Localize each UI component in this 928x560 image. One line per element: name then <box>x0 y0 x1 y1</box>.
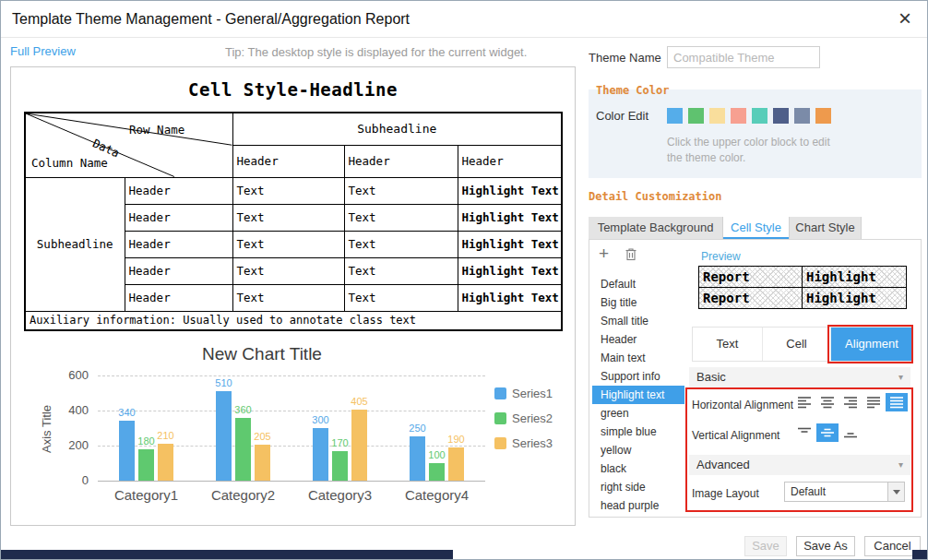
chart-ytick-label: 400 <box>50 403 89 417</box>
cell-style-preview-cell: Highlight <box>803 288 907 309</box>
chart-bar-value: 250 <box>399 423 436 434</box>
theme-color-swatch[interactable] <box>815 108 831 124</box>
table-cell: Highlight Text <box>458 177 562 204</box>
full-preview-link[interactable]: Full Preview <box>10 44 76 58</box>
style-list-item[interactable]: Header <box>592 330 684 349</box>
chart-category-label: Category3 <box>291 487 388 503</box>
detail-customization-label: Detail Customization <box>589 190 722 203</box>
preview-bar-chart: New Chart Title Axis Title 3401802105103… <box>22 342 565 519</box>
chevron-down-icon: ▾ <box>898 455 903 475</box>
tab-template-background[interactable]: Template Background <box>589 217 723 239</box>
advanced-label: Advanced <box>696 458 750 471</box>
chart-category-label: Category1 <box>98 487 195 503</box>
chart-category-label: Category4 <box>388 487 485 503</box>
style-list-item[interactable]: Default <box>592 275 684 293</box>
chart-legend: Series1Series2Series3 <box>494 387 553 461</box>
diagonal-row-name-label: Row Name <box>129 123 184 137</box>
style-list-item[interactable]: Highlight text <box>592 386 684 404</box>
table-cell: Text <box>232 204 344 231</box>
align-right-icon[interactable] <box>839 393 862 411</box>
chart-bar <box>138 449 154 481</box>
valign-top-icon[interactable] <box>793 423 815 442</box>
chart-legend-item: Series2 <box>494 411 553 425</box>
title-bar: Template Theme Management - General/Aggr… <box>1 1 927 38</box>
chart-ytick-label: 600 <box>50 368 89 382</box>
save-button[interactable]: Save <box>744 536 787 556</box>
table-cell: Header <box>125 231 232 257</box>
table-cell: Header <box>125 204 232 231</box>
dropdown-button[interactable] <box>887 483 904 501</box>
align-justify-icon[interactable] <box>863 393 885 411</box>
style-list-item[interactable]: head purple <box>592 496 684 515</box>
chart-bar <box>313 428 328 481</box>
chart-bar <box>351 410 367 481</box>
table-cell: Highlight Text <box>458 284 562 311</box>
theme-color-swatch[interactable] <box>709 108 725 124</box>
tab-chart-style[interactable]: Chart Style <box>790 217 862 239</box>
chart-bar <box>255 445 270 481</box>
valign-bottom-icon[interactable] <box>839 423 862 442</box>
preview-table: Row Name Data Column Name Subheadline He… <box>24 112 563 331</box>
theme-name-input[interactable] <box>667 46 820 68</box>
vertical-alignment-buttons <box>793 423 862 442</box>
vertical-alignment-label: Vertical Alignment <box>692 429 779 442</box>
template-theme-dialog: Template Theme Management - General/Aggr… <box>0 0 928 560</box>
style-list-item[interactable]: green <box>592 404 684 423</box>
tab-text[interactable]: Text <box>693 328 763 361</box>
table-cell: Highlight Text <box>458 204 562 231</box>
save-as-button[interactable]: Save As <box>796 536 855 556</box>
theme-color-swatch[interactable] <box>752 108 767 124</box>
chart-legend-item: Series3 <box>494 436 553 450</box>
advanced-section-header[interactable]: Advanced ▾ <box>689 455 910 475</box>
table-cell: Highlight Text <box>458 257 562 284</box>
chart-bar <box>448 447 464 481</box>
image-layout-value: Default <box>791 483 826 501</box>
style-list-item[interactable]: Big title <box>592 293 684 312</box>
table-cell: Header <box>458 145 562 177</box>
tab-cell[interactable]: Cell <box>763 328 831 361</box>
chart-ytick-label: 0 <box>50 473 89 487</box>
trash-icon[interactable] <box>625 247 637 261</box>
style-list-item[interactable]: Small title <box>592 312 684 330</box>
theme-color-swatch[interactable] <box>773 108 789 124</box>
chart-gridline <box>98 481 485 482</box>
chart-bar-value: 360 <box>225 404 262 415</box>
image-layout-dropdown[interactable]: Default <box>784 482 905 502</box>
theme-color-swatch[interactable] <box>794 108 810 124</box>
add-style-icon[interactable]: + <box>599 244 609 264</box>
horizontal-alignment-label: Horizontal Alignment <box>692 399 793 411</box>
table-cell: Header <box>125 257 232 284</box>
tab-cell-style[interactable]: Cell Style <box>723 217 790 239</box>
style-list-item[interactable]: right side <box>592 478 684 496</box>
table-cell: Text <box>344 177 458 204</box>
theme-name-label: Theme Name <box>589 51 661 65</box>
table-cell: Text <box>344 284 458 311</box>
theme-color-swatch[interactable] <box>688 108 704 124</box>
theme-color-swatch[interactable] <box>667 108 683 124</box>
basic-section-header[interactable]: Basic ▾ <box>689 367 910 387</box>
tab-alignment[interactable]: Alignment <box>831 328 912 361</box>
align-left-icon[interactable] <box>793 393 815 411</box>
style-list-item[interactable]: Main text <box>592 349 684 367</box>
style-list-item[interactable]: simple blue <box>592 423 684 441</box>
table-cell: Header <box>232 145 344 177</box>
table-cell: Text <box>232 284 344 311</box>
cell-style-preview-cell: Report <box>699 288 803 309</box>
chart-legend-item: Series1 <box>494 387 553 400</box>
valign-middle-icon[interactable] <box>816 423 839 442</box>
chart-bar-value: 190 <box>438 434 475 445</box>
style-list-item[interactable]: yellow <box>592 441 684 459</box>
align-fill-icon[interactable] <box>886 393 908 411</box>
close-icon[interactable]: × <box>892 6 918 32</box>
diagonal-column-name-label: Column Name <box>31 156 108 170</box>
align-center-icon[interactable] <box>816 393 839 411</box>
theme-color-swatch[interactable] <box>731 108 746 124</box>
table-cell: Header <box>125 284 232 311</box>
chart-category-label: Category2 <box>195 487 291 503</box>
color-edit-label: Color Edit <box>596 109 648 123</box>
style-list-item[interactable]: black <box>592 459 684 478</box>
table-cell: Header <box>344 145 458 177</box>
cell-style-inner-tabs: Text Cell Alignment <box>692 327 913 362</box>
theme-color-hint-line1: Click the upper color block to edit <box>667 135 830 150</box>
style-list-item[interactable]: Support info <box>592 367 684 386</box>
